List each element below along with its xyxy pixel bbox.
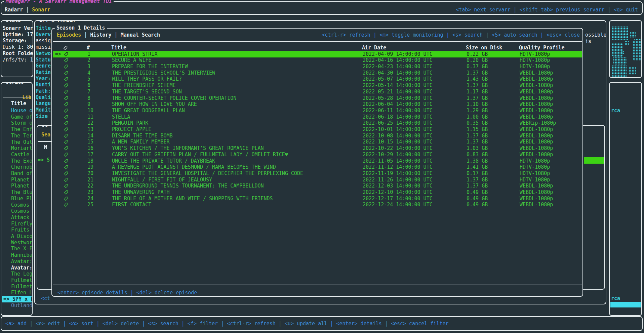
series-list-item[interactable]: Storm o xyxy=(2,120,32,126)
episode-row[interactable]: 23THE UNWAVERING PATH2022-12-10 14:00:00… xyxy=(53,189,582,196)
details-field-label: assig xyxy=(36,38,51,44)
episode-row[interactable]: 21NIGHTFALL / FIRST FIT OF JEALOUSY2022-… xyxy=(53,177,582,183)
episode-air-date: 2022-10-15 14:00:00 UTC xyxy=(363,139,433,145)
episode-row[interactable]: 7THE TARGET'S SECOND SON2022-05-21 14:00… xyxy=(53,89,582,95)
series-list-item[interactable]: Fullmet xyxy=(2,277,32,284)
episode-title: PREPARE FOR THE INTERVIEW xyxy=(112,64,188,70)
series-list-item[interactable]: Fullmet xyxy=(2,284,32,290)
episode-row[interactable]: 5WILL THEY PASS OR FAIL?2022-05-07 14:00… xyxy=(53,76,582,82)
series-list-item[interactable]: The Enf xyxy=(2,126,32,133)
episode-row[interactable]: 12PENGUIN PARK2022-06-25 14:00:00 UTC0.3… xyxy=(53,120,582,126)
details-field-label: Statu xyxy=(36,57,51,63)
series-list-item[interactable]: Outland xyxy=(2,302,32,309)
series-list-item[interactable]: A Disco xyxy=(2,233,32,240)
episode-row[interactable]: 24THE ROLE OF A MOTHER AND WIFE / SHOPPI… xyxy=(53,196,582,202)
episode-row[interactable]: 13PROJECT APPLE2022-10-01 14:00:00 UTC1.… xyxy=(53,126,582,133)
episode-number: 22 xyxy=(87,183,93,189)
tab-sonarr[interactable]: Sonarr xyxy=(32,7,50,13)
episode-row[interactable]: 20INVESTIGATE THE GENERAL HOSPITAL / DEC… xyxy=(53,170,582,177)
tag-icon xyxy=(64,108,68,113)
episode-title: THE ROLE OF A MOTHER AND WIFE / SHOPPING… xyxy=(112,196,273,202)
episode-row[interactable]: 10THE GREAT DODGEBALL PLAN2022-06-11 14:… xyxy=(53,108,582,114)
episode-row[interactable]: 14DISARM THE TIME BOMB2022-10-08 14:00:0… xyxy=(53,133,582,139)
column-number: # xyxy=(87,45,90,51)
tab-library[interactable]: Library xyxy=(22,94,33,100)
tag-icon xyxy=(63,45,68,50)
series-list-item[interactable]: Elfen L xyxy=(2,290,32,296)
episode-title: CARRY OUT THE GRIFFIN PLAN / FULLMETAL L… xyxy=(112,152,288,158)
series-list-item[interactable]: Band of xyxy=(2,170,32,177)
series-list-item[interactable]: Game of xyxy=(2,114,32,120)
series-list-item[interactable]: The X-F xyxy=(2,246,32,252)
episode-air-date: 2022-06-18 14:00:00 UTC xyxy=(363,114,433,120)
episode-row[interactable]: 18UNCLE THE PRIVATE TUTOR / DAYBREAK2022… xyxy=(53,158,582,164)
series-list-item[interactable]: The Leg xyxy=(2,271,32,277)
episode-air-date: 2022-11-19 14:00:00 UTC xyxy=(363,170,433,177)
episode-size: 1.37 GB xyxy=(467,177,488,183)
series-list-item[interactable]: The Ter xyxy=(2,133,32,139)
episode-row[interactable]: 3PREPARE FOR THE INTERVIEW2022-04-23 14:… xyxy=(53,64,582,70)
tab-episodes[interactable]: Episodes xyxy=(57,32,81,38)
series-list-item[interactable]: Moriart xyxy=(2,145,32,152)
episode-air-date: 2022-05-28 14:00:00 UTC xyxy=(363,95,433,101)
episode-title: FIRST CONTACT xyxy=(112,202,151,208)
tab-seasons-fragment[interactable]: Sea xyxy=(41,132,50,138)
details-field-label: Langu xyxy=(36,100,51,107)
series-list-item[interactable]: The Out xyxy=(2,139,32,145)
episode-row[interactable]: 6THE FRIENDSHIP SCHEME2022-05-14 14:00:0… xyxy=(53,82,582,89)
series-list-item[interactable]: Westwor xyxy=(2,240,32,246)
episode-number: 10 xyxy=(87,108,93,114)
tag-icon xyxy=(64,121,68,126)
episode-row[interactable]: =>1OPERATION STRIX2022-04-09 14:00:00 UT… xyxy=(53,51,582,57)
series-list-item[interactable]: Avatar: xyxy=(2,265,32,271)
series-list-item[interactable]: Castle xyxy=(2,152,32,158)
tag-icon xyxy=(64,71,68,76)
series-list-item[interactable]: Avatar: xyxy=(2,258,32,265)
episode-size: 1.37 GB xyxy=(467,183,488,189)
library-tab-separator xyxy=(3,97,31,97)
series-list-item[interactable]: Chernob xyxy=(2,164,32,170)
series-list-item[interactable]: Planet xyxy=(2,183,32,189)
series-list-item[interactable]: The Blu xyxy=(2,189,32,196)
episode-row[interactable]: 8THE COUNTER-SECRET POLICE COVER OPERATI… xyxy=(53,95,582,101)
episode-quality: WEBDL-1080p xyxy=(520,183,553,189)
tag-icon xyxy=(64,159,68,164)
series-list-item[interactable]: Blue Pl xyxy=(2,196,32,202)
series-list-item[interactable]: The Exo xyxy=(2,158,32,164)
episode-row[interactable]: 17CARRY OUT THE GRIFFIN PLAN / FULLMETAL… xyxy=(53,152,582,158)
episode-number: 15 xyxy=(87,139,93,145)
series-list-item[interactable]: Cosmos xyxy=(2,208,32,214)
tab-history[interactable]: History xyxy=(90,32,111,38)
series-list-item[interactable]: Hanniba xyxy=(2,252,32,258)
episode-row[interactable]: 22THE UNDERGROUND TENNIS TOURNAMENT: THE… xyxy=(53,183,582,189)
episode-size: 1.37 GB xyxy=(467,133,488,139)
episode-row[interactable]: 19A REVENGE PLOT AGAINST DESMOND / MAMA … xyxy=(53,164,582,170)
overview-text-fragment-2: is xyxy=(585,38,591,44)
episode-title: THE FRIENDSHIP SCHEME xyxy=(112,82,176,89)
series-list-item[interactable]: Fruits xyxy=(2,227,32,233)
episode-row[interactable]: 25FIRST CONTACT2022-12-24 14:00:00 UTC0.… xyxy=(53,202,582,208)
episode-row[interactable]: 15A NEW FAMILY MEMBER2022-10-15 14:00:00… xyxy=(53,139,582,145)
logo-panel xyxy=(609,20,642,78)
series-list-item[interactable]: => SPY x F xyxy=(2,296,32,302)
series-list-item[interactable]: Attack xyxy=(2,214,32,221)
selected-season-row-fragment[interactable]: => S xyxy=(38,157,50,163)
episode-row[interactable]: 2SECURE A WIFE2022-04-16 14:00:00 UTC0.2… xyxy=(53,57,582,64)
tab-radarr[interactable]: Radarr xyxy=(5,7,23,13)
episode-air-date: 2022-11-26 14:00:00 UTC xyxy=(363,177,433,183)
episode-row[interactable]: 9SHOW OFF HOW IN LOVE YOU ARE2022-06-04 … xyxy=(53,101,582,108)
episode-quality: WEBDL-1080p xyxy=(520,114,553,120)
episode-size: 1.17 GB xyxy=(467,89,488,95)
tag-icon xyxy=(64,64,68,69)
episode-number: 9 xyxy=(87,101,90,108)
tab-divider: │ xyxy=(23,7,32,13)
series-list-item[interactable]: Cosmos xyxy=(2,202,32,208)
episode-row[interactable]: 11STELLA2022-06-18 14:00:00 UTC1.00 GBWE… xyxy=(53,114,582,120)
episode-row[interactable]: 4THE PRESTIGIOUS SCHOOL'S INTERVIEW2022-… xyxy=(53,70,582,76)
episode-row[interactable]: 16YOR'S KITCHEN / THE INFORMANT'S GREAT … xyxy=(53,145,582,152)
episode-title: THE PRESTIGIOUS SCHOOL'S INTERVIEW xyxy=(112,70,215,76)
series-list-item[interactable]: House o xyxy=(2,108,32,114)
series-list-item[interactable]: Firefly xyxy=(2,221,32,227)
series-list-item[interactable]: Planet xyxy=(2,177,32,183)
tab-manual-search[interactable]: Manual Search xyxy=(121,32,160,38)
